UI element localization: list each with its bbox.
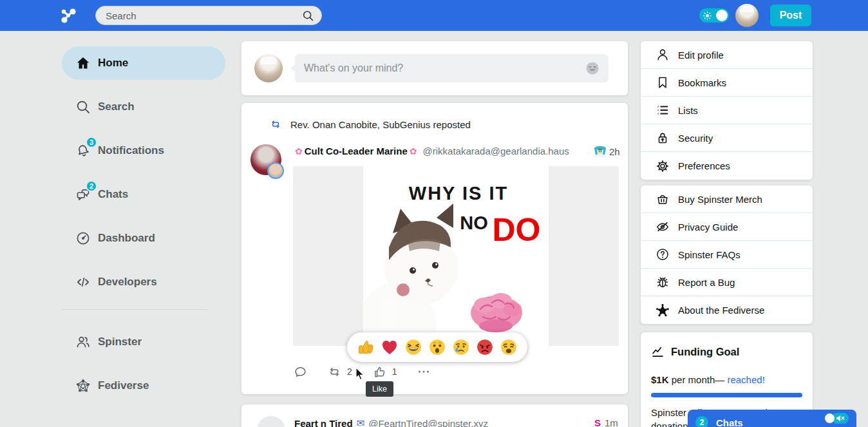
reaction-picker <box>347 332 527 362</box>
ellipsis-icon <box>417 365 431 379</box>
post-author-handle[interactable]: @rikkatakarada@gearlandia.haus <box>423 146 569 157</box>
reaction-angry[interactable] <box>476 338 494 356</box>
sidebar-item-fediverse[interactable]: Fediverse <box>62 369 225 403</box>
toggle-knob <box>716 10 728 21</box>
chats-sound-toggle[interactable] <box>825 413 849 424</box>
menu-item-label: Bookmarks <box>678 77 726 88</box>
funding-reached-link[interactable]: reached! <box>727 374 764 385</box>
chats-panel-header[interactable]: 2 Chats <box>688 410 856 427</box>
emoji-picker-icon[interactable] <box>585 61 600 76</box>
next-post-meta: S 1m <box>594 417 618 427</box>
funding-dash: — <box>715 374 727 385</box>
funding-title: Funding Goal <box>671 346 739 358</box>
sun-icon <box>703 11 712 21</box>
bell-icon: 3 <box>75 143 91 158</box>
notifications-badge: 3 <box>86 137 97 148</box>
menu-item-label: Security <box>678 133 713 144</box>
repost-note-text: Rev. Onan Canobite, SubGenius reposted <box>290 119 471 130</box>
sidebar-item-dashboard[interactable]: Dashboard <box>62 222 225 255</box>
gear-icon <box>655 159 670 173</box>
more-options-button[interactable] <box>417 365 431 379</box>
reaction-laughing[interactable] <box>404 338 422 356</box>
comment-button[interactable] <box>294 365 307 379</box>
bookmark-icon <box>655 75 670 90</box>
menu-item-label: Privacy Guide <box>678 222 738 232</box>
menu-item-merch[interactable]: Buy Spinster Merch <box>641 185 813 213</box>
next-post-author-name[interactable]: Feart n Tired <box>294 418 353 427</box>
next-post-avatar[interactable] <box>257 416 285 427</box>
sidebar-item-notifications[interactable]: 3 Notifications <box>62 134 225 167</box>
trend-chart-icon <box>651 345 665 359</box>
menu-item-faqs[interactable]: Spinster FAQs <box>641 241 813 269</box>
next-post-timestamp[interactable]: 1m <box>605 417 618 427</box>
search-input[interactable] <box>96 10 301 21</box>
next-post-author-handle[interactable]: @FeartnTired@spinster.xyz <box>368 418 488 427</box>
sidebar-item-label: Dashboard <box>98 232 155 245</box>
sidebar-item-developers[interactable]: Developers <box>62 265 225 299</box>
toggle-knob <box>825 413 835 423</box>
menu-item-security[interactable]: Security <box>641 124 813 152</box>
menu-item-preferences[interactable]: Preferences <box>641 152 813 180</box>
post-timestamp[interactable]: 2h <box>609 146 620 157</box>
reposter-avatar[interactable] <box>267 162 284 179</box>
funding-goal-line: $1K per month— reached! <box>651 374 802 385</box>
repost-icon <box>328 365 341 379</box>
menu-item-privacy-guide[interactable]: Privacy Guide <box>641 213 813 241</box>
compose-input[interactable] <box>295 62 585 74</box>
reaction-weary[interactable] <box>500 338 518 356</box>
theme-toggle[interactable] <box>699 8 729 23</box>
comment-icon <box>294 365 307 379</box>
left-sidebar: Home Search 3 Notifications <box>62 46 225 413</box>
repost-count: 2 <box>347 366 352 377</box>
shopping-basket-icon <box>655 192 670 206</box>
sidebar-item-chats[interactable]: 2 Chats <box>62 178 225 211</box>
compose-card <box>241 41 628 95</box>
menu-item-report-bug[interactable]: Report a Bug <box>641 269 813 296</box>
list-icon <box>655 103 670 117</box>
spinster-logo-icon[interactable] <box>59 6 77 24</box>
next-post: Feart n Tired ✉ @FeartnTired@spinster.xy… <box>241 404 628 427</box>
like-tooltip: Like <box>366 381 393 397</box>
reaction-heart[interactable] <box>381 338 399 356</box>
repost-note[interactable]: Rev. Onan Canobite, SubGenius reposted <box>270 119 471 130</box>
post-button[interactable]: Post <box>770 5 811 26</box>
sidebar-item-spinster[interactable]: Spinster <box>62 325 225 359</box>
chats-unread-badge: 2 <box>695 416 708 427</box>
question-circle-icon <box>655 247 670 261</box>
post-media[interactable]: WHY IS IT NO DO <box>293 166 619 346</box>
meme-text-line3: DO <box>493 212 541 248</box>
post-meta: 2h <box>594 146 620 157</box>
sidebar-item-label: Chats <box>98 188 128 201</box>
repost-button[interactable]: 2 <box>328 365 352 379</box>
menu-item-label: Spinster FAQs <box>678 249 741 260</box>
search-icon[interactable] <box>301 9 314 22</box>
menu-item-about-fediverse[interactable]: About the Fediverse <box>641 296 813 324</box>
compose-avatar[interactable] <box>254 54 283 82</box>
info-menu: Buy Spinster Merch Privacy Guide Spins <box>641 185 813 324</box>
top-navbar: Post <box>0 0 868 31</box>
meme-image: WHY IS IT NO DO <box>363 166 549 346</box>
envelope-icon: ✉ <box>357 417 365 427</box>
sidebar-item-home[interactable]: Home <box>62 46 225 80</box>
code-icon <box>75 274 91 290</box>
sidebar-item-search[interactable]: Search <box>62 90 225 124</box>
sidebar-item-label: Search <box>98 100 135 113</box>
menu-item-edit-profile[interactable]: Edit profile <box>641 41 813 69</box>
funding-progress-bar <box>651 393 802 397</box>
menu-item-label: Lists <box>678 105 698 116</box>
mouse-cursor <box>355 367 366 381</box>
chats-badge: 2 <box>86 180 97 192</box>
post-author-name[interactable]: Cult Co-Leader Marine <box>305 146 408 157</box>
post-header: ✿ Cult Co-Leader Marine ✿ @rikkatakarada… <box>293 146 569 157</box>
reaction-surprised[interactable] <box>428 338 446 356</box>
reaction-crying[interactable] <box>452 338 470 356</box>
instance-letter-icon: S <box>594 417 601 427</box>
menu-item-lists[interactable]: Lists <box>641 97 813 124</box>
current-user-avatar[interactable] <box>735 4 759 27</box>
eye-slash-icon <box>655 220 670 234</box>
reaction-thumbs-up[interactable] <box>357 338 375 356</box>
funding-amount: $1K <box>651 374 669 385</box>
like-button[interactable]: 1 <box>373 365 397 379</box>
meme-text-line2: NO <box>460 213 488 233</box>
menu-item-bookmarks[interactable]: Bookmarks <box>641 69 813 97</box>
